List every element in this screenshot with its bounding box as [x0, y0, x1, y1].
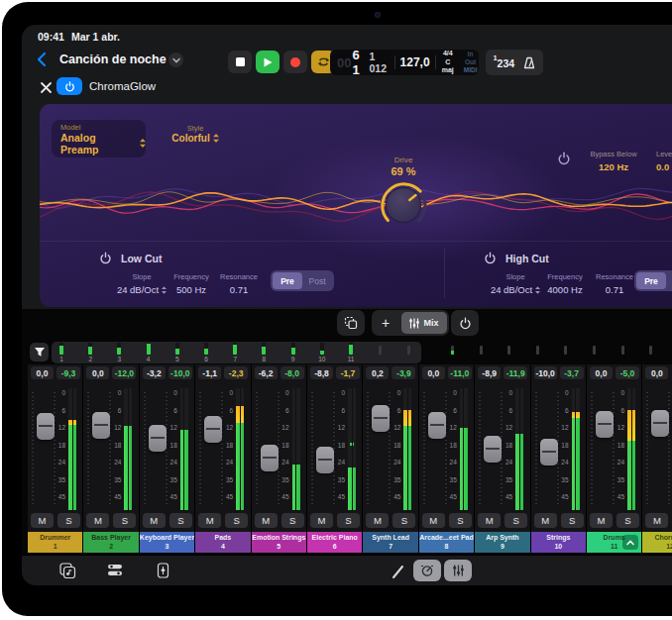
solo-button[interactable]: S: [281, 513, 304, 528]
track-number: 4: [221, 543, 225, 551]
track-label[interactable]: Drummer 1: [28, 532, 82, 553]
fader-value-badge: -6,2: [255, 366, 278, 379]
solo-button[interactable]: S: [57, 513, 80, 528]
filter-button[interactable]: [30, 343, 49, 362]
mixer-overview-strip[interactable]: 1234567891011: [22, 342, 672, 363]
add-button[interactable]: +: [372, 315, 399, 331]
back-button[interactable]: [36, 52, 48, 71]
browser-icon[interactable]: [107, 563, 123, 577]
loops-icon[interactable]: [59, 563, 76, 578]
time-signature: 4/4: [440, 50, 455, 57]
mute-button[interactable]: M: [366, 513, 389, 528]
solo-button[interactable]: S: [504, 513, 527, 528]
mix-button[interactable]: Mix: [401, 312, 447, 334]
mute-button[interactable]: M: [255, 513, 278, 528]
track-label[interactable]: Keyboard Player 3: [140, 532, 194, 553]
duplicate-icon: [344, 316, 358, 330]
track-label[interactable]: Emotion Strings 5: [252, 532, 306, 553]
style-selector[interactable]: Style Colorful: [161, 124, 230, 144]
high-cut-pre-post[interactable]: Pre Post: [634, 270, 672, 291]
bypass-power-icon[interactable]: [557, 152, 571, 165]
position-div-ticks: 1 012: [369, 51, 389, 74]
pencil-icon[interactable]: [391, 562, 406, 581]
metronome-icon[interactable]: [522, 56, 536, 69]
low-cut-pre-post[interactable]: Pre Post: [271, 270, 334, 291]
play-button[interactable]: [256, 51, 280, 73]
close-plugin-button[interactable]: [40, 80, 54, 94]
power-icon: [64, 81, 75, 92]
fader-handle[interactable]: [484, 436, 502, 463]
mute-button[interactable]: M: [590, 513, 613, 528]
controls-view-button[interactable]: [413, 560, 441, 581]
fader-handle[interactable]: [149, 425, 167, 452]
pre-button[interactable]: Pre: [273, 272, 302, 289]
fader-handle[interactable]: [37, 413, 55, 440]
transport-lcd[interactable]: 00 6 1 1 012 127,0 4/4 C maj In Out MIDI: [330, 50, 479, 75]
mute-button[interactable]: M: [422, 513, 445, 528]
high-cut-power-icon[interactable]: [484, 252, 497, 264]
solo-button[interactable]: S: [169, 513, 192, 528]
solo-button[interactable]: S: [392, 513, 415, 528]
mixer-power-button[interactable]: [451, 310, 479, 336]
plugin-power-button[interactable]: [56, 77, 82, 95]
fader-ticks: [199, 392, 201, 504]
mixer-channel-strip: -8,8 -1,7 061218243545 M S Electric Pian…: [307, 364, 363, 553]
solo-button[interactable]: S: [449, 513, 472, 528]
fader-handle[interactable]: [651, 410, 669, 437]
drive-knob[interactable]: [376, 177, 431, 233]
bypass-below-control[interactable]: Bypass Below 120 Hz: [579, 150, 648, 172]
front-camera: [375, 12, 381, 18]
peak-value-badge: -11,9: [504, 366, 527, 379]
low-cut-power-icon[interactable]: [99, 252, 112, 264]
track-label[interactable]: Arp Synth 9: [475, 532, 529, 553]
track-label[interactable]: Electric Piano 6: [307, 532, 362, 553]
duplicate-button[interactable]: [337, 310, 365, 336]
track-label[interactable]: Synth Lead 7: [363, 532, 417, 553]
level-meter: [236, 388, 244, 510]
count-in-button[interactable]: 1234: [493, 53, 514, 71]
level-control[interactable]: Level 0.0: [656, 150, 672, 172]
mute-button[interactable]: M: [478, 513, 501, 528]
song-title[interactable]: Canción de noche: [59, 52, 167, 66]
mute-button[interactable]: M: [645, 513, 668, 528]
stop-button[interactable]: [228, 51, 252, 73]
fader-panel-icon[interactable]: [157, 563, 169, 578]
mute-button[interactable]: M: [31, 513, 54, 528]
chevron-up-icon[interactable]: [622, 535, 638, 550]
fader-handle[interactable]: [540, 439, 558, 465]
fader-handle[interactable]: [261, 445, 279, 471]
fader-handle[interactable]: [596, 411, 614, 438]
track-label[interactable]: Pads 4: [195, 532, 250, 553]
solo-button[interactable]: S: [561, 513, 584, 528]
fader-handle[interactable]: [372, 405, 390, 432]
mute-button[interactable]: M: [310, 513, 333, 528]
solo-button[interactable]: S: [616, 513, 639, 528]
fader-handle[interactable]: [92, 412, 110, 439]
track-label[interactable]: Drums 11: [587, 532, 641, 553]
chevron-down-icon[interactable]: [168, 52, 183, 67]
model-selector[interactable]: Model Analog Preamp: [52, 120, 146, 157]
mute-button[interactable]: M: [86, 513, 109, 528]
overview-meter: 7: [230, 343, 240, 362]
track-label[interactable]: Chorus V 12: [642, 532, 672, 553]
fader-handle[interactable]: [428, 412, 446, 439]
low-cut-resonance[interactable]: Resonance0.71: [209, 272, 269, 295]
mute-button[interactable]: M: [534, 513, 557, 528]
low-cut-title: Low Cut: [121, 253, 162, 264]
track-label[interactable]: Strings 10: [531, 532, 586, 553]
solo-button[interactable]: S: [225, 513, 248, 528]
pre-button[interactable]: Pre: [636, 272, 666, 289]
fader-handle[interactable]: [316, 447, 334, 473]
fader-handle[interactable]: [204, 416, 222, 443]
post-button[interactable]: Post: [666, 272, 672, 289]
record-button[interactable]: [283, 51, 307, 73]
post-button[interactable]: Post: [302, 272, 332, 289]
solo-button[interactable]: S: [113, 513, 136, 528]
track-label[interactable]: Arcade...eet Pad 8: [419, 532, 474, 553]
track-label[interactable]: Bass Player 2: [83, 532, 138, 553]
mute-button[interactable]: M: [143, 513, 166, 528]
mixer-view-button[interactable]: [444, 560, 472, 581]
solo-button[interactable]: S: [337, 513, 360, 528]
level-meter: [292, 388, 300, 510]
mute-button[interactable]: M: [198, 513, 221, 528]
